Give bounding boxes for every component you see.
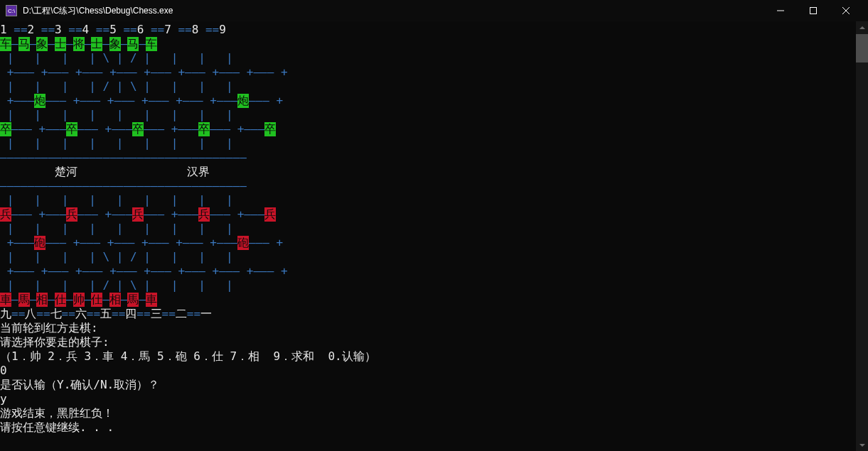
board-connector: — xyxy=(85,293,92,307)
board-connector: — xyxy=(139,37,146,51)
coord-label: 7 xyxy=(164,23,178,37)
chess-piece: 兵 xyxy=(264,207,276,222)
board-connector: ——— +——— xyxy=(77,122,132,136)
coord-separator: == xyxy=(187,307,200,321)
chess-piece: 卒 xyxy=(198,122,210,136)
vertical-scrollbar[interactable] xyxy=(856,21,868,451)
board-connector: — xyxy=(30,37,37,51)
board-piece-row: +———炮——— +——— +——— +——— +——— +———炮——— + xyxy=(0,94,868,108)
scrollbar-thumb[interactable] xyxy=(856,34,868,63)
board-piece-row: 兵——— +———兵——— +———兵——— +———兵——— +———兵 xyxy=(0,207,868,222)
window-title: D:\工程\C练习\Chess\Debug\Chess.exe xyxy=(23,5,764,17)
board-grid-row: | | | | | | | | | xyxy=(0,108,868,122)
board-connector: ——— +——— xyxy=(11,122,66,136)
column-header-row: 1 ==2 ==3 ==4 ==5 ==6 ==7 ==8 ==9 xyxy=(0,23,868,37)
scroll-up-arrow-icon[interactable] xyxy=(856,21,868,33)
board-piece-row: +———砲——— +——— +——— +——— +——— +———砲——— + xyxy=(0,236,868,250)
coord-label: 一 xyxy=(200,307,212,321)
coord-label: 9 xyxy=(219,23,226,37)
maximize-button[interactable] xyxy=(797,0,830,21)
board-grid-row: +——— +——— +——— +——— +——— +——— +——— +——— … xyxy=(0,264,868,278)
chess-piece: 卒 xyxy=(0,122,11,136)
chess-piece: 馬 xyxy=(18,293,30,307)
msg-options: （1．帅 2．兵 3．車 4．馬 5．砲 6．仕 7．相 9．求和 0.认输） xyxy=(0,349,868,364)
chess-piece: 士 xyxy=(55,37,66,51)
coord-separator: == xyxy=(123,23,136,37)
chess-piece: 兵 xyxy=(198,207,210,222)
coord-label: 1 xyxy=(0,23,14,37)
chess-piece: 士 xyxy=(91,37,102,51)
board-connector: ——— +——— xyxy=(210,207,264,222)
board-connector: — xyxy=(66,37,73,51)
coord-separator: == xyxy=(11,307,25,321)
msg-press-any-key: 请按任意键继续. . . xyxy=(0,420,868,435)
board-grid-row: | | | | \ | / | | | | xyxy=(0,250,868,264)
board-piece-row: 车—马—象—士—将—士—象—马—车 xyxy=(0,37,868,51)
svg-rect-0 xyxy=(810,8,817,14)
coord-label: 5 xyxy=(109,23,123,37)
chess-piece: 砲 xyxy=(34,236,45,250)
user-input-2: y xyxy=(0,392,868,406)
coord-separator: == xyxy=(36,307,50,321)
board-grid-row: | | | | | | | | | xyxy=(0,193,868,207)
board-grid-row: | | | | / | \ | | | | xyxy=(0,278,868,293)
board-connector: ——— +——— +——— +——— +——— +——— xyxy=(45,236,237,250)
chess-piece: 車 xyxy=(146,293,157,307)
chess-piece: 马 xyxy=(127,37,139,51)
chess-piece: 卒 xyxy=(132,122,144,136)
close-button[interactable] xyxy=(830,0,862,21)
coord-label: 2 xyxy=(28,23,41,37)
coord-separator: == xyxy=(162,307,176,321)
grid-line: | | | | | | | | | xyxy=(0,108,240,122)
msg-confirm: 是否认输（Y.确认/N.取消）？ xyxy=(0,378,868,392)
coord-separator: == xyxy=(87,307,100,321)
board-connector: — xyxy=(11,293,18,307)
grid-line: | | | | | | | | | xyxy=(0,222,240,236)
chess-piece: 将 xyxy=(73,37,85,51)
board-connector: — xyxy=(85,37,92,51)
coord-label: 8 xyxy=(192,23,205,37)
chess-piece: 车 xyxy=(146,37,157,51)
window-titlebar: C:\ D:\工程\C练习\Chess\Debug\Chess.exe xyxy=(0,0,868,21)
board-connector: + xyxy=(0,94,14,108)
chess-piece: 仕 xyxy=(55,293,66,307)
coord-label: 三 xyxy=(151,307,162,321)
chess-piece: 兵 xyxy=(0,207,11,222)
river-label: 楚河 汉界 xyxy=(0,165,210,179)
scroll-down-arrow-icon[interactable] xyxy=(856,439,868,451)
coord-separator: == xyxy=(205,23,219,37)
board-connector: ——— + xyxy=(249,236,283,250)
board-connector: + xyxy=(0,236,14,250)
grid-line: ———————————————————————————————————— xyxy=(0,179,247,193)
chess-piece: 仕 xyxy=(91,293,102,307)
minimize-button[interactable] xyxy=(764,0,797,21)
coord-separator: == xyxy=(112,307,125,321)
board-connector: ——— +——— xyxy=(11,207,66,222)
chess-piece: 象 xyxy=(109,37,121,51)
chess-piece: 馬 xyxy=(127,293,139,307)
column-footer-row: 九==八==七==六==五==四==三==二==一 xyxy=(0,307,868,321)
chess-piece: 马 xyxy=(18,37,30,51)
grid-line: +——— +——— +——— +——— +——— +——— +——— +——— … xyxy=(0,65,288,80)
board-connector: ——— +——— xyxy=(144,207,198,222)
board-connector: — xyxy=(48,37,55,51)
coord-label: 六 xyxy=(75,307,87,321)
chess-board: 车—马—象—士—将—士—象—马—车 | | | | \ | / | | | | … xyxy=(0,37,868,307)
chess-piece: 砲 xyxy=(237,236,249,250)
coord-label: 二 xyxy=(176,307,187,321)
board-connector: ——— + xyxy=(249,94,283,108)
board-connector: — xyxy=(139,293,146,307)
board-connector: ——— +——— +——— +——— +——— +——— xyxy=(45,94,237,108)
grid-line: | | | | / | \ | | | | xyxy=(0,80,240,94)
coord-separator: == xyxy=(14,23,27,37)
chess-piece: 相 xyxy=(36,293,48,307)
coord-separator: == xyxy=(96,23,109,37)
msg-prompt: 请选择你要走的棋子: xyxy=(0,335,868,349)
chess-piece: 象 xyxy=(36,37,48,51)
coord-separator: == xyxy=(136,307,150,321)
grid-line: | | | | \ | / | | | | xyxy=(0,51,240,65)
chess-piece: 卒 xyxy=(66,122,77,136)
coord-separator: == xyxy=(178,23,191,37)
chess-piece: 炮 xyxy=(34,94,45,108)
grid-line: ———————————————————————————————————— xyxy=(0,151,247,165)
